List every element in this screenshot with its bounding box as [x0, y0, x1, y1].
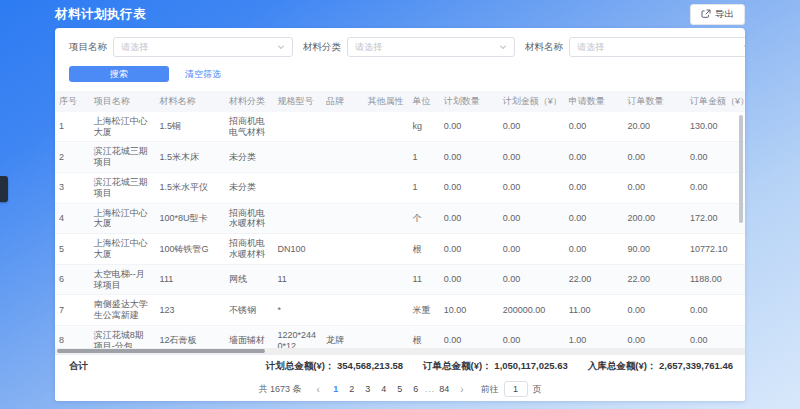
- cell: 5: [55, 234, 90, 265]
- horizontal-scrollbar[interactable]: [57, 349, 265, 353]
- table-head-row: 序号项目名称材料名称材料分类规格型号品牌其他属性单位计划数量计划金额（¥）申请数…: [55, 91, 745, 112]
- export-icon: [701, 9, 711, 19]
- table-row: 3滨江花城三期项目1.5米水平仪未分类10.000.000.000.000.00: [55, 172, 745, 203]
- column-header: 其他属性: [364, 91, 409, 112]
- goto-page: 前往 页: [481, 381, 542, 397]
- page-button[interactable]: 5: [393, 382, 407, 396]
- cell: 0.00: [624, 142, 686, 173]
- cell: 0.00: [624, 295, 686, 326]
- page-button[interactable]: 3: [361, 382, 375, 396]
- summary-total: 入库总金额(¥)： 2,657,339,761.46: [588, 360, 733, 373]
- cell: 网线: [225, 264, 274, 295]
- cell: *: [273, 295, 322, 326]
- search-button[interactable]: 搜索: [69, 66, 169, 82]
- cell: 3: [55, 172, 90, 203]
- cell: 0.00: [624, 172, 686, 203]
- cell: 0.00: [440, 325, 499, 348]
- cell: 上海松江中心大厦: [90, 112, 156, 142]
- cell: 0.00: [499, 172, 565, 203]
- cell: 0.00: [565, 203, 624, 234]
- cell: 米重: [409, 295, 440, 326]
- cell: 0.00: [565, 172, 624, 203]
- summary-row: 合计 计划总金额(¥)： 354,568,213.58订单总金额(¥)： 1,0…: [55, 354, 745, 377]
- cell: 滨江花城三期项目: [90, 142, 156, 173]
- cell: [322, 295, 364, 326]
- topbar: 材料计划执行表 导出: [55, 0, 745, 28]
- column-header: 订单金额（¥）: [686, 91, 745, 112]
- cell: 11: [273, 264, 322, 295]
- total-count: 共 1673 条: [258, 383, 301, 396]
- cell: 上海松江中心大厦: [90, 203, 156, 234]
- column-header: 规格型号: [273, 91, 322, 112]
- cell: 0.00: [624, 325, 686, 348]
- cell: 太空电梯--月球项目: [90, 264, 156, 295]
- cell: 根: [409, 325, 440, 348]
- filter-material: 材料名称 请选择: [525, 37, 745, 57]
- cell: 1: [55, 112, 90, 142]
- chevron-down-icon: [743, 43, 745, 51]
- page-title: 材料计划执行表: [55, 6, 146, 23]
- cell: [364, 234, 409, 265]
- table-row: 4上海松江中心大厦100*8U型卡招商机电 水暖材料个0.000.000.002…: [55, 203, 745, 234]
- next-page-button[interactable]: ›: [457, 384, 466, 395]
- cell: 招商机电 电气材料: [225, 112, 274, 142]
- table-body: 1上海松江中心大厦1.5铜招商机电 电气材料kg0.000.000.0020.0…: [55, 112, 745, 348]
- page-button[interactable]: 4: [377, 382, 391, 396]
- export-button[interactable]: 导出: [690, 4, 745, 25]
- material-plan-table: 序号项目名称材料名称材料分类规格型号品牌其他属性单位计划数量计划金额（¥）申请数…: [55, 91, 745, 348]
- cell: [322, 112, 364, 142]
- cell: 0.00: [440, 264, 499, 295]
- page-button[interactable]: 1: [329, 382, 343, 396]
- page-button[interactable]: 2: [345, 382, 359, 396]
- cell: 1: [409, 142, 440, 173]
- cell: 招商机电 水暖材料: [225, 203, 274, 234]
- cell: [364, 172, 409, 203]
- cell: 0.00: [686, 172, 745, 203]
- prev-page-button[interactable]: ‹: [313, 384, 322, 395]
- table-row: 8滨江花城8期项目-分包12石膏板墙面辅材1220*2440*12龙牌根0.00…: [55, 325, 745, 348]
- cell: 10772.10: [686, 234, 745, 265]
- cell: 墙面辅材: [225, 325, 274, 348]
- vertical-scrollbar[interactable]: [739, 115, 743, 223]
- cell: [322, 234, 364, 265]
- cell: 22.00: [565, 264, 624, 295]
- horizontal-scrollbar-track: [55, 348, 745, 354]
- goto-page-input[interactable]: [504, 381, 528, 397]
- page-button[interactable]: 6: [409, 382, 423, 396]
- cell: 0.00: [686, 142, 745, 173]
- material-name-select[interactable]: 请选择: [569, 37, 745, 57]
- cell: 0.00: [440, 234, 499, 265]
- chevron-down-icon: [499, 43, 507, 51]
- more-pages-icon: ...: [425, 384, 436, 394]
- material-name-label: 材料名称: [525, 41, 563, 54]
- cell: 22.00: [624, 264, 686, 295]
- page-buttons: 123456...84: [329, 382, 452, 396]
- cell: 200000.00: [499, 295, 565, 326]
- cell: 100*8U型卡: [156, 203, 225, 234]
- material-category-select[interactable]: 请选择: [347, 37, 515, 57]
- cell: 不锈钢: [225, 295, 274, 326]
- cell: 90.00: [624, 234, 686, 265]
- content-card: 项目名称 请选择 材料分类 请选择 材料名称 请选择: [55, 28, 745, 401]
- side-drawer-handle[interactable]: [0, 176, 8, 202]
- cell: 0.00: [440, 142, 499, 173]
- table-row: 2滨江花城三期项目1.5米木床未分类10.000.000.000.000.00: [55, 142, 745, 173]
- project-select-placeholder: 请选择: [121, 41, 148, 54]
- cell: 172.00: [686, 203, 745, 234]
- cell: 0.00: [499, 234, 565, 265]
- cell: [322, 264, 364, 295]
- page-button[interactable]: 84: [437, 382, 451, 396]
- project-name-select[interactable]: 请选择: [113, 37, 293, 57]
- cell: 111: [156, 264, 225, 295]
- cell: [322, 203, 364, 234]
- cell: 个: [409, 203, 440, 234]
- clear-filter-link[interactable]: 清空筛选: [185, 68, 221, 81]
- cell: 0.00: [499, 325, 565, 348]
- cell: 未分类: [225, 142, 274, 173]
- table-row: 5上海松江中心大厦100铸铁管G招商机电 水暖材料DN100根0.000.000…: [55, 234, 745, 265]
- cell: 1.5米水平仪: [156, 172, 225, 203]
- column-header: 序号: [55, 91, 90, 112]
- cell: 0.00: [686, 325, 745, 348]
- summary-total: 计划总金额(¥)： 354,568,213.58: [266, 360, 403, 373]
- cell: 1.5米木床: [156, 142, 225, 173]
